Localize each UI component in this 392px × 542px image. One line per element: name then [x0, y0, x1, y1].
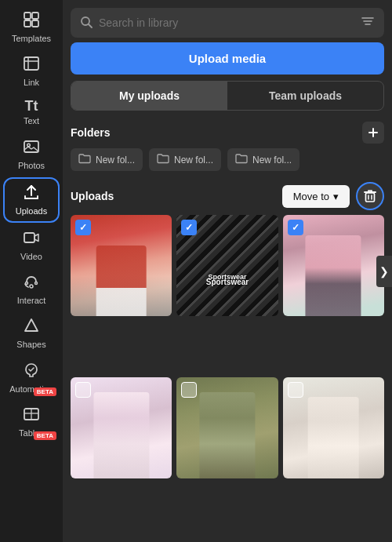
move-to-chevron-icon: ▾ [333, 191, 339, 202]
svg-rect-7 [24, 141, 38, 152]
sidebar-item-text[interactable]: Tt Text [3, 94, 60, 131]
image-checkbox[interactable]: ✓ [181, 220, 197, 235]
sidebar-item-templates[interactable]: Templates [3, 6, 60, 49]
main-content: Upload media My uploads Team uploads Fol… [63, 0, 392, 542]
sidebar: Templates Link Tt Text Photos [0, 0, 63, 542]
scroll-right-button[interactable]: ❯ [376, 256, 392, 287]
upload-media-button[interactable]: Upload media [71, 42, 384, 75]
sidebar-item-label: Templates [12, 34, 51, 44]
tab-team-uploads[interactable]: Team uploads [227, 82, 383, 110]
filter-icon[interactable] [361, 14, 375, 31]
content-panel: Upload media My uploads Team uploads Fol… [63, 0, 392, 542]
svg-line-17 [89, 24, 92, 27]
tables-icon [23, 406, 40, 425]
sidebar-item-shapes[interactable]: Shapes [3, 312, 60, 355]
folder-label: New fol... [96, 155, 135, 166]
automation-icon [23, 362, 40, 381]
folder-item[interactable]: New fol... [149, 148, 221, 171]
image-cell[interactable] [71, 377, 172, 478]
svg-point-11 [26, 282, 28, 285]
uploads-actions: Move to ▾ [282, 182, 384, 210]
beta-badge: BETA [34, 431, 56, 440]
sidebar-item-video[interactable]: Video [3, 224, 60, 267]
folders-list: New fol... New fol... New fol... [63, 148, 392, 177]
folder-item[interactable]: New fol... [227, 148, 299, 171]
sidebar-item-label: Shapes [16, 340, 45, 350]
beta-badge: BETA [34, 387, 56, 396]
folder-icon [157, 153, 169, 166]
link-icon [23, 55, 40, 75]
image-checkbox[interactable] [288, 382, 303, 398]
uploads-icon [23, 184, 40, 203]
shapes-icon [23, 317, 40, 336]
tab-my-uploads[interactable]: My uploads [71, 82, 227, 110]
folder-label: New fol... [252, 155, 292, 166]
svg-rect-3 [32, 20, 38, 27]
svg-rect-1 [32, 13, 38, 19]
svg-point-12 [35, 282, 38, 285]
folder-icon [235, 153, 248, 166]
image-cell[interactable]: ✓ [283, 215, 384, 316]
image-checkbox[interactable]: ✓ [75, 220, 91, 235]
sidebar-item-photos[interactable]: Photos [3, 133, 60, 176]
delete-button[interactable] [356, 182, 384, 210]
svg-point-10 [30, 285, 33, 288]
svg-rect-23 [366, 193, 375, 202]
image-cell[interactable]: Sportswear ✓ [176, 215, 278, 316]
templates-icon [23, 11, 40, 31]
image-cell[interactable] [283, 377, 384, 478]
svg-rect-2 [24, 20, 31, 27]
svg-rect-9 [24, 233, 34, 242]
svg-rect-4 [24, 57, 38, 70]
sidebar-item-uploads[interactable]: Uploads [3, 177, 60, 223]
image-grid: ✓ Sportswear ✓ ✓ [63, 215, 392, 542]
sidebar-item-label: Uploads [16, 206, 47, 216]
text-icon: Tt [25, 99, 38, 113]
folder-item[interactable]: New fol... [71, 148, 143, 171]
search-input[interactable] [99, 16, 354, 29]
folders-title: Folders [71, 126, 111, 139]
search-icon [80, 16, 93, 31]
sidebar-item-label: Text [24, 116, 39, 126]
uploads-title: Uploads [71, 190, 114, 202]
upload-tabs: My uploads Team uploads [71, 81, 384, 111]
folder-icon [78, 153, 91, 166]
svg-point-8 [27, 144, 31, 147]
image-cell[interactable]: ✓ [71, 215, 172, 316]
search-bar [71, 8, 384, 38]
sidebar-item-interact[interactable]: Interact [3, 268, 60, 311]
folders-header: Folders [63, 117, 392, 148]
image-checkbox[interactable] [75, 382, 91, 398]
move-to-label: Move to [293, 191, 329, 202]
sidebar-item-automation[interactable]: Automation BETA [3, 357, 60, 399]
image-cell[interactable] [176, 377, 278, 478]
image-checkbox[interactable] [181, 382, 197, 398]
sidebar-item-label: Link [24, 78, 39, 88]
folder-label: New fol... [174, 155, 213, 166]
sidebar-item-label: Video [20, 252, 42, 262]
sidebar-item-link[interactable]: Link [3, 50, 60, 93]
sidebar-item-tables[interactable]: Tables BETA [3, 401, 60, 443]
uploads-header: Uploads Move to ▾ [63, 177, 392, 215]
add-folder-button[interactable] [362, 122, 384, 144]
photos-icon [23, 138, 40, 158]
image-checkbox[interactable]: ✓ [288, 220, 303, 235]
move-to-button[interactable]: Move to ▾ [282, 185, 350, 208]
video-icon [23, 229, 40, 249]
sidebar-item-label: Photos [18, 161, 45, 171]
interact-icon [23, 273, 40, 293]
svg-rect-0 [24, 13, 31, 19]
sidebar-item-label: Interact [17, 296, 46, 306]
